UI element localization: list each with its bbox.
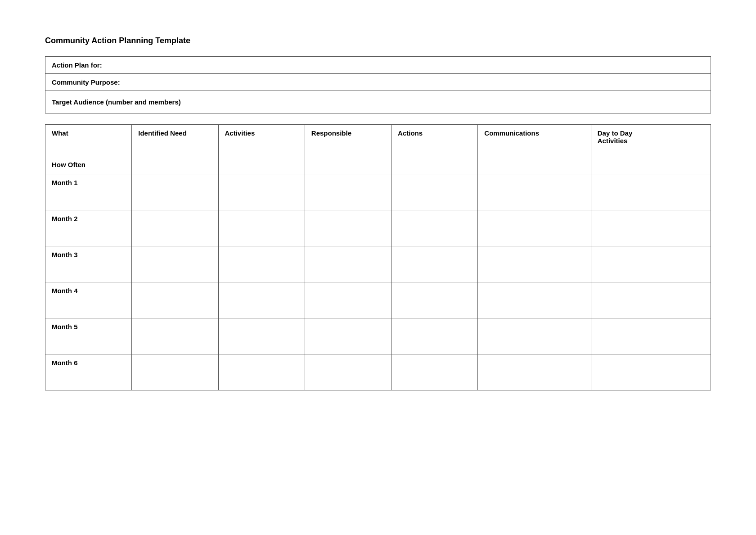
month-4-identified <box>132 282 218 318</box>
month-4-responsible <box>305 282 391 318</box>
table-row: Month 2 <box>45 210 711 246</box>
table-row: Month 4 <box>45 282 711 318</box>
month-1-label: Month 1 <box>45 174 132 210</box>
month-3-label: Month 3 <box>45 246 132 282</box>
col-header-communications: Communications <box>478 125 591 156</box>
month-3-actions <box>392 246 478 282</box>
month-4-label: Month 4 <box>45 282 132 318</box>
month-2-responsible <box>305 210 391 246</box>
month-3-communications <box>478 246 591 282</box>
month-6-communications <box>478 354 591 390</box>
col-header-responsible: Responsible <box>305 125 391 156</box>
target-audience-label: Target Audience (number and members) <box>45 91 711 113</box>
month-6-responsible <box>305 354 391 390</box>
month-1-communications <box>478 174 591 210</box>
how-often-responsible <box>305 156 391 174</box>
month-4-communications <box>478 282 591 318</box>
month-5-daytodday <box>591 318 711 354</box>
month-6-actions <box>392 354 478 390</box>
month-5-communications <box>478 318 591 354</box>
month-2-label: Month 2 <box>45 210 132 246</box>
how-often-communications <box>478 156 591 174</box>
month-3-responsible <box>305 246 391 282</box>
month-6-activities <box>218 354 305 390</box>
month-6-identified <box>132 354 218 390</box>
col-header-identified-need: Identified Need <box>132 125 218 156</box>
month-2-actions <box>392 210 478 246</box>
month-4-actions <box>392 282 478 318</box>
info-table: Action Plan for: Community Purpose: Targ… <box>45 56 711 113</box>
col-header-actions: Actions <box>392 125 478 156</box>
month-1-responsible <box>305 174 391 210</box>
month-1-identified <box>132 174 218 210</box>
col-header-day-to-day: Day to DayActivities <box>591 125 711 156</box>
how-often-daytodday <box>591 156 711 174</box>
how-often-actions <box>392 156 478 174</box>
table-row: Month 5 <box>45 318 711 354</box>
month-5-identified <box>132 318 218 354</box>
month-4-activities <box>218 282 305 318</box>
community-purpose-label: Community Purpose: <box>45 74 711 91</box>
month-5-activities <box>218 318 305 354</box>
action-plan-label: Action Plan for: <box>45 57 711 74</box>
month-3-daytodday <box>591 246 711 282</box>
how-often-identified <box>132 156 218 174</box>
month-5-responsible <box>305 318 391 354</box>
how-often-label: How Often <box>45 156 132 174</box>
month-5-label: Month 5 <box>45 318 132 354</box>
month-6-label: Month 6 <box>45 354 132 390</box>
table-row: Month 6 <box>45 354 711 390</box>
month-1-activities <box>218 174 305 210</box>
table-row: Month 3 <box>45 246 711 282</box>
page-title: Community Action Planning Template <box>45 36 711 45</box>
month-2-communications <box>478 210 591 246</box>
col-header-what: What <box>45 125 132 156</box>
month-1-actions <box>392 174 478 210</box>
month-4-daytodday <box>591 282 711 318</box>
col-header-activities: Activities <box>218 125 305 156</box>
month-3-identified <box>132 246 218 282</box>
month-2-daytodday <box>591 210 711 246</box>
month-2-identified <box>132 210 218 246</box>
month-1-daytodday <box>591 174 711 210</box>
month-3-activities <box>218 246 305 282</box>
month-5-actions <box>392 318 478 354</box>
table-row: Month 1 <box>45 174 711 210</box>
main-table: What Identified Need Activities Responsi… <box>45 124 711 390</box>
how-often-activities <box>218 156 305 174</box>
month-6-daytodday <box>591 354 711 390</box>
month-2-activities <box>218 210 305 246</box>
